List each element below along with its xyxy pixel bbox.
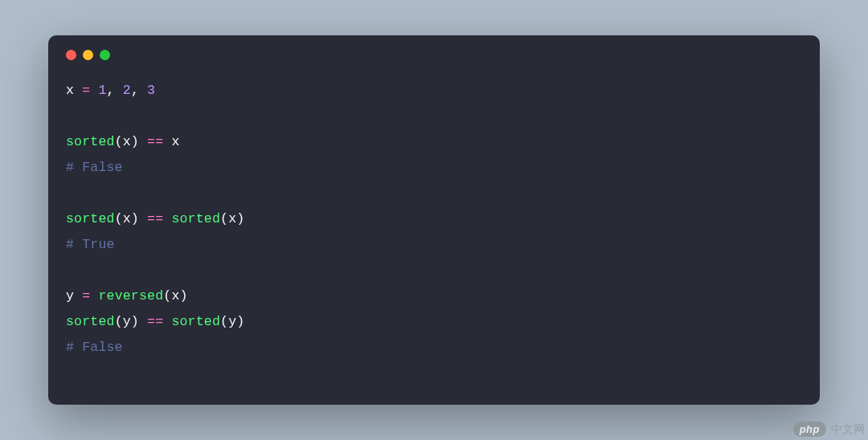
function-token: sorted: [171, 314, 220, 329]
watermark-text: 中文网: [831, 422, 865, 437]
code-line-8: # False: [66, 335, 802, 361]
code-line-1: x = 1, 2, 3: [66, 78, 802, 104]
punct-token: (: [115, 211, 123, 226]
watermark-badge: php: [793, 422, 826, 437]
punct-token: ): [131, 211, 139, 226]
variable-token: x: [123, 134, 131, 149]
punct-token: ,: [131, 83, 147, 98]
code-line-6: y = reversed(x): [66, 283, 802, 309]
variable-token: x: [171, 134, 179, 149]
operator-token: =: [82, 83, 90, 98]
punct-token: ): [236, 211, 244, 226]
punct-token: (: [115, 314, 123, 329]
code-line-5: # True: [66, 232, 802, 258]
number-token: 3: [147, 83, 155, 98]
code-line-2: sorted(x) == x: [66, 129, 802, 155]
number-token: 1: [98, 83, 106, 98]
operator-token: =: [82, 288, 90, 304]
minimize-icon[interactable]: [83, 50, 93, 60]
variable-token: x: [66, 83, 74, 98]
punct-token: ): [236, 314, 244, 329]
variable-token: y: [66, 288, 74, 304]
function-token: sorted: [66, 314, 115, 329]
window-title-bar: [66, 50, 802, 60]
operator-token: ==: [147, 314, 163, 329]
variable-token: y: [228, 314, 236, 329]
operator-token: ==: [147, 211, 163, 226]
punct-token: (: [115, 134, 123, 149]
maximize-icon[interactable]: [100, 50, 110, 60]
code-line-7: sorted(y) == sorted(y): [66, 309, 802, 335]
function-token: sorted: [66, 211, 115, 226]
punct-token: ): [179, 288, 187, 304]
punct-token: (: [163, 288, 171, 304]
number-token: 2: [123, 83, 131, 98]
comment-token: # False: [66, 340, 123, 355]
variable-token: y: [123, 314, 131, 329]
blank-line: [66, 181, 802, 206]
function-token: sorted: [66, 134, 115, 149]
function-token: reversed: [98, 288, 163, 304]
code-line-4: sorted(x) == sorted(x): [66, 206, 802, 232]
blank-line: [66, 258, 802, 283]
watermark: php 中文网: [793, 422, 865, 437]
operator-token: ==: [147, 134, 163, 149]
function-token: sorted: [171, 211, 220, 226]
code-line-3: # False: [66, 155, 802, 181]
code-block: x = 1, 2, 3 sorted(x) == x # False sorte…: [66, 78, 802, 361]
comment-token: # True: [66, 237, 115, 252]
code-editor-window: x = 1, 2, 3 sorted(x) == x # False sorte…: [48, 35, 820, 405]
comment-token: # False: [66, 160, 123, 175]
punct-token: ): [131, 134, 139, 149]
punct-token: ,: [107, 83, 123, 98]
close-icon[interactable]: [66, 50, 76, 60]
variable-token: x: [228, 211, 236, 226]
blank-line: [66, 104, 802, 129]
variable-token: x: [171, 288, 179, 304]
punct-token: (: [220, 211, 228, 226]
variable-token: x: [123, 211, 131, 226]
punct-token: ): [131, 314, 139, 329]
punct-token: (: [220, 314, 228, 329]
